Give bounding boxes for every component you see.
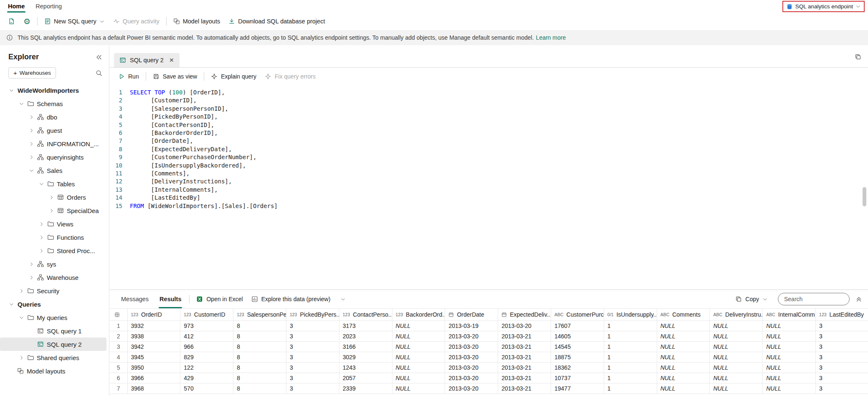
tree-item-views[interactable]: Views: [0, 217, 106, 231]
table-row[interactable]: 43945829833029NULL2013-03-202013-03-2118…: [110, 352, 868, 363]
code-line[interactable]: [CustomerID],: [130, 96, 868, 104]
new-item-button[interactable]: [4, 15, 19, 28]
chevron-right-icon[interactable]: [37, 221, 46, 227]
ribbon-tab-home[interactable]: Home: [3, 0, 30, 13]
code-line[interactable]: [DeliveryInstructions],: [130, 178, 868, 185]
code-line[interactable]: [ContactPersonID],: [130, 121, 868, 129]
code-line[interactable]: FROM [WideWorldImporters].[Sales].[Order…: [130, 202, 868, 210]
tree-item-security[interactable]: Security: [0, 284, 106, 297]
column-header-orderdate[interactable]: OrderDate: [445, 309, 498, 321]
tree-item-warehouse[interactable]: Warehouse: [0, 271, 106, 284]
tree-item-sales[interactable]: Sales: [0, 164, 106, 177]
column-header-comments[interactable]: ABCComments: [657, 309, 710, 321]
tab-results[interactable]: Results: [154, 290, 187, 308]
copy-results-button[interactable]: Copy: [731, 293, 772, 305]
tree-item-model-layouts[interactable]: Model layouts: [0, 364, 106, 378]
chevron-right-icon[interactable]: [37, 235, 46, 240]
column-header-lasteditedby[interactable]: 123LastEditedBy: [816, 309, 868, 321]
sql-editor[interactable]: 123456789101112131415 SELECT TOP (100) […: [110, 85, 868, 289]
code-line[interactable]: [Comments],: [130, 170, 868, 178]
column-header-customerid[interactable]: 123CustomerID: [180, 309, 233, 321]
editor-tab-sql-query-2[interactable]: SQL query 2 ✕: [114, 53, 180, 67]
chevron-right-icon[interactable]: [27, 275, 36, 280]
chevron-right-icon[interactable]: [17, 288, 26, 294]
run-button[interactable]: Run: [114, 70, 143, 83]
tree-item-queries[interactable]: Queries: [0, 297, 106, 311]
expand-panel-icon[interactable]: [855, 296, 862, 302]
code-line[interactable]: [InternalComments],: [130, 186, 868, 194]
tree-item-dbo[interactable]: dbo: [0, 110, 106, 124]
code-area[interactable]: SELECT TOP (100) [OrderID], [CustomerID]…: [127, 85, 868, 289]
column-header-orderid[interactable]: 123OrderID: [127, 309, 180, 321]
tree-item-guest[interactable]: guest: [0, 124, 106, 137]
code-line[interactable]: [SalespersonPersonID],: [130, 105, 868, 113]
ribbon-tab-reporting[interactable]: Reporting: [30, 0, 67, 13]
tree-item-information[interactable]: INFORMATION_...: [0, 137, 106, 150]
collapse-sidebar-icon[interactable]: [96, 54, 102, 61]
tree-item-shared-queries[interactable]: Shared queries: [0, 351, 106, 364]
code-line[interactable]: SELECT TOP (100) [OrderID],: [130, 89, 868, 96]
column-header-deliveryinstru[interactable]: ABCDeliveryInstru...: [710, 309, 763, 321]
copy-icon[interactable]: [855, 53, 861, 60]
chevron-down-icon[interactable]: [340, 297, 346, 302]
column-header-expecteddeliv[interactable]: ExpectedDeliv...: [498, 309, 551, 321]
learn-more-link[interactable]: Learn more: [536, 34, 566, 41]
tree-item-wideworldimporters[interactable]: WideWorldImporters: [0, 84, 106, 97]
tree-item-sys[interactable]: sys: [0, 257, 106, 271]
table-row[interactable]: 53950122831243NULL2013-03-202013-03-2118…: [110, 363, 868, 373]
settings-button[interactable]: ⚙: [19, 15, 35, 28]
table-row[interactable]: 33942966833166NULL2013-03-202013-03-2114…: [110, 342, 868, 352]
column-header-isundersupply[interactable]: 0/1IsUndersupply...: [604, 309, 657, 321]
download-project-button[interactable]: Download SQL database project: [224, 15, 329, 28]
chevron-down-icon[interactable]: [27, 168, 36, 173]
chevron-right-icon[interactable]: [37, 248, 46, 254]
chevron-right-icon[interactable]: [27, 128, 36, 133]
table-row[interactable]: 13932973833173NULL2013-03-192013-03-2017…: [110, 321, 868, 331]
table-row[interactable]: 63966429832057NULL2013-03-202013-03-2110…: [110, 373, 868, 383]
chevron-right-icon[interactable]: [17, 355, 26, 360]
query-activity-button[interactable]: Query activity: [109, 15, 164, 28]
explain-query-button[interactable]: Explain query: [207, 70, 261, 83]
column-header-internalcomm[interactable]: ABCInternalComm...: [763, 309, 816, 321]
code-line[interactable]: [BackorderOrderID],: [130, 129, 868, 137]
tree-item-schemas[interactable]: Schemas: [0, 97, 106, 110]
code-line[interactable]: [OrderDate],: [130, 137, 868, 145]
endpoint-switcher[interactable]: SQL analytics endpoint: [782, 1, 865, 12]
fix-query-errors-button[interactable]: Fix query errors: [261, 70, 320, 83]
tree-item-functions[interactable]: Functions: [0, 231, 106, 244]
search-icon[interactable]: [96, 70, 102, 76]
chevron-right-icon[interactable]: [27, 114, 36, 120]
column-header-salespersonpe[interactable]: 123SalespersonPe...: [233, 309, 286, 321]
code-line[interactable]: [LastEditedBy]: [130, 194, 868, 202]
open-in-excel-button[interactable]: Open in Excel: [192, 293, 247, 305]
tree-item-queryinsights[interactable]: queryinsights: [0, 150, 106, 164]
column-header-pickedbypers[interactable]: 123PickedByPers...: [286, 309, 339, 321]
search-input[interactable]: [783, 295, 844, 303]
tree-item-specialdea[interactable]: SpecialDea: [0, 204, 106, 217]
chevron-right-icon[interactable]: [47, 208, 56, 213]
column-header-contactperso[interactable]: 123ContactPerso...: [339, 309, 392, 321]
tree-item-my-queries[interactable]: My queries: [0, 311, 106, 324]
chevron-down-icon[interactable]: [17, 315, 26, 320]
chevron-down-icon[interactable]: [17, 101, 26, 107]
tree-item-stored-proc[interactable]: Stored Proc...: [0, 244, 106, 257]
tree-item-tables[interactable]: Tables: [0, 177, 106, 190]
tree-item-sql-query-1[interactable]: SQL query 1: [0, 324, 106, 338]
new-sql-query-button[interactable]: New SQL query: [40, 15, 109, 28]
code-line[interactable]: [PickedByPersonID],: [130, 113, 868, 121]
chevron-right-icon[interactable]: [27, 155, 36, 160]
close-tab-icon[interactable]: ✕: [169, 57, 174, 63]
chevron-down-icon[interactable]: [7, 302, 16, 307]
column-header-backorderord[interactable]: 123BackorderOrd...: [392, 309, 445, 321]
tree-item-sql-query-2[interactable]: SQL query 2: [0, 338, 106, 351]
tab-messages[interactable]: Messages: [116, 290, 154, 308]
table-row[interactable]: 73968570832339NULL2013-03-202013-03-2119…: [110, 383, 868, 394]
tree-item-orders[interactable]: Orders: [0, 190, 106, 204]
table-row[interactable]: 23938412832023NULL2013-03-202013-03-2114…: [110, 331, 868, 342]
chevron-down-icon[interactable]: [37, 181, 46, 187]
explore-data-button[interactable]: Explore this data (preview): [247, 293, 350, 305]
code-line[interactable]: [ExpectedDeliveryDate],: [130, 145, 868, 153]
warehouses-button[interactable]: + Warehouses: [8, 67, 56, 79]
code-line[interactable]: [CustomerPurchaseOrderNumber],: [130, 153, 868, 161]
editor-scrollbar-thumb[interactable]: [863, 187, 866, 206]
